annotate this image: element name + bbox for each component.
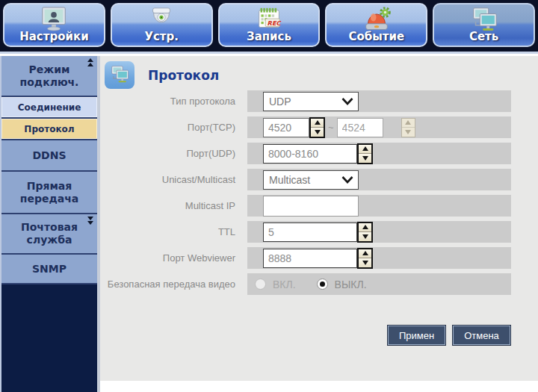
sidebar-item-protocol[interactable]: Протокол (1, 119, 97, 140)
spinner-down-button[interactable] (311, 127, 324, 137)
webviewer-port-spinner[interactable] (357, 248, 373, 269)
field-label: Тип протокола (100, 90, 235, 112)
tcp-port-to-input (337, 118, 383, 137)
tab-device[interactable]: Устр. (111, 3, 213, 47)
sidebar-item-ddns[interactable]: DDNS (1, 140, 97, 172)
apply-button[interactable]: Примен (387, 325, 446, 346)
form-row-udp-port: Порт(UDP) (100, 143, 538, 164)
spinner-up-button[interactable] (359, 249, 371, 258)
scroll-down-icon[interactable] (87, 216, 93, 225)
tab-event[interactable]: Событие (325, 3, 427, 47)
tab-record-label: Запись (220, 30, 319, 43)
ttl-spinner[interactable] (357, 222, 373, 243)
spinner-down-button (402, 127, 415, 137)
field-label: Безопасная передача видео (100, 273, 235, 295)
sidebar-item-connection[interactable]: Соединение (1, 97, 97, 119)
spinner-up-button[interactable] (311, 119, 324, 128)
protocol-form: Тип протокола UDP Порт(TCP) (100, 90, 538, 346)
sidebar-item-snmp[interactable]: SNMP (1, 255, 97, 284)
field-label: TTL (100, 221, 235, 243)
field-label: Порт(UDP) (100, 143, 235, 164)
main-content: Протокол Тип протокола UDP Порт(TCP) (100, 56, 538, 381)
tab-settings[interactable]: Настройки (3, 3, 105, 47)
webviewer-port-input[interactable] (263, 249, 357, 268)
svg-text:REC: REC (268, 19, 282, 27)
tab-network-label: Сеть (434, 30, 534, 43)
form-row-unicast-multicast: Unicast/Multicast Multicast (100, 169, 538, 190)
udp-port-input[interactable] (263, 144, 357, 164)
tab-event-label: Событие (327, 30, 426, 43)
field-label: Unicast/Multicast (100, 169, 235, 190)
field-label: Порт(TCP) (100, 116, 235, 138)
unicast-multicast-select[interactable]: Multicast (263, 170, 359, 190)
tcp-port-from-input[interactable] (263, 118, 309, 137)
radio-option-on: ВКЛ. (255, 279, 296, 290)
form-row-protocol-type: Тип протокола UDP (100, 90, 538, 112)
dvr-webviewer-window: Настройки Устр. (0, 0, 538, 392)
form-row-tcp-port: Порт(TCP) ~ (100, 116, 538, 138)
field-label: Порт Webviewer (100, 247, 235, 269)
spinner-up-button (402, 119, 415, 128)
scroll-up-icon[interactable] (87, 57, 93, 66)
tcp-port-spinner[interactable] (309, 117, 325, 138)
sidebar-item-live-transfer[interactable]: Прямая передача (1, 172, 97, 214)
spinner-down-button[interactable] (359, 231, 371, 241)
form-row-secure-video: Безопасная передача видео ВКЛ. ВЫКЛ. (100, 273, 538, 295)
sidebar-item-mail-service[interactable]: Почтовая служба (1, 214, 97, 255)
page-title: Протокол (148, 68, 219, 83)
tab-device-label: Устр. (112, 30, 211, 43)
chevron-down-icon (341, 96, 353, 108)
radio-option-off[interactable]: ВЫКЛ. (317, 279, 367, 290)
radio-off-button[interactable] (317, 279, 328, 290)
page-header: Протокол (100, 56, 538, 89)
spinner-down-button[interactable] (359, 153, 371, 163)
chevron-down-icon (341, 174, 353, 186)
field-label: Multicast IP (100, 195, 235, 217)
sidebar-item-connection-mode[interactable]: Режим подключ. (1, 56, 97, 97)
radio-on-button (255, 279, 266, 290)
ttl-input[interactable] (263, 223, 357, 242)
multicast-ip-input[interactable] (263, 196, 359, 217)
spinner-up-button[interactable] (359, 223, 371, 232)
range-separator: ~ (328, 122, 334, 133)
tcp-port-to-spinner (401, 118, 415, 137)
sidebar-menu: Режим подключ. Соединение Протокол DDNS … (0, 56, 97, 392)
form-row-ttl: TTL (100, 221, 538, 243)
protocol-type-select[interactable]: UDP (263, 92, 359, 111)
action-button-row: Примен Отмена (100, 325, 511, 346)
spinner-up-button[interactable] (359, 145, 371, 154)
tab-record[interactable]: REC Запись (218, 3, 321, 47)
tab-network[interactable]: Сеть (433, 3, 535, 47)
protocol-section-icon (105, 61, 134, 89)
spinner-down-button[interactable] (359, 258, 371, 267)
top-tab-bar: Настройки Устр. (0, 0, 538, 54)
tab-settings-label: Настройки (4, 30, 104, 43)
form-row-multicast-ip: Multicast IP (100, 195, 538, 217)
cancel-button[interactable]: Отмена (452, 325, 511, 346)
udp-port-spinner[interactable] (357, 143, 373, 164)
form-row-webviewer-port: Порт Webviewer (100, 247, 538, 269)
